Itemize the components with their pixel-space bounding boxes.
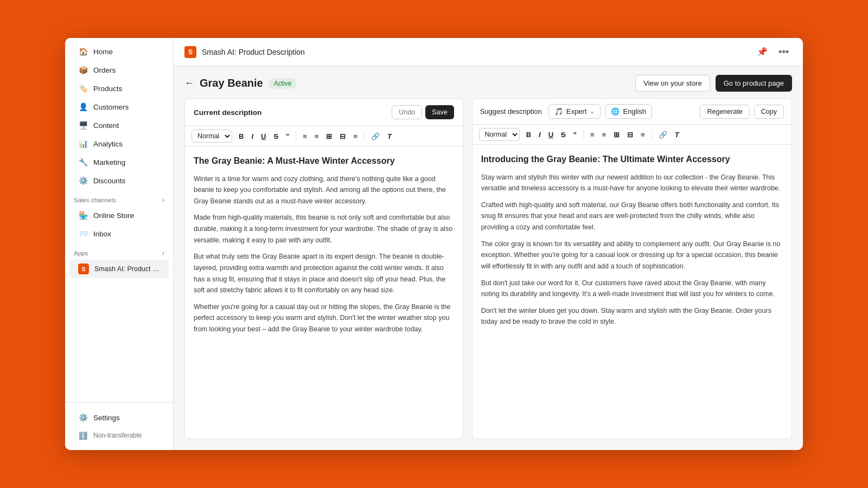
back-button[interactable]: ← (184, 78, 194, 89)
sidebar-bottom: ⚙️ Settings ℹ️ Non-transferable (65, 402, 173, 450)
left-clear-btn[interactable]: T (384, 131, 395, 142)
right-content-p3: The color gray is known for its versatil… (481, 239, 783, 272)
language-dropdown[interactable]: 🌐 English (605, 104, 652, 119)
sidebar-item-marketing[interactable]: 🔧 Marketing (69, 153, 169, 171)
left-style-select[interactable]: Normal (192, 130, 232, 143)
right-content-heading: Introducing the Gray Beanie: The Ultimat… (481, 152, 783, 166)
undo-button[interactable]: Undo (392, 105, 422, 119)
right-underline-btn[interactable]: U (545, 130, 557, 140)
sidebar-settings-label: Settings (93, 414, 120, 422)
right-panel-header: Suggest description 🎵 Expert ⌄ 🌐 English… (473, 99, 792, 125)
sidebar-item-label: Online Store (93, 211, 134, 220)
sidebar-item-customers[interactable]: 👤 Customers (69, 98, 169, 115)
sidebar-item-orders[interactable]: 📦 Orders (69, 61, 169, 79)
left-strikethrough-btn[interactable]: S (270, 131, 282, 142)
left-italic-btn[interactable]: I (248, 131, 257, 142)
left-underline-btn[interactable]: U (258, 131, 269, 142)
discounts-icon: ⚙️ (78, 176, 88, 185)
smash-ai-icon: S (78, 264, 89, 274)
content-icon: 🖥️ (78, 120, 88, 130)
top-bar-title: Smash AI: Product Description (202, 48, 305, 56)
page-header-right: View on your store Go to product page (635, 75, 792, 92)
sidebar-item-label: Content (93, 121, 119, 130)
sidebar-item-home[interactable]: 🏠 Home (69, 43, 169, 60)
non-transferable-label: Non-transferable (93, 432, 142, 439)
regenerate-button[interactable]: Regenerate (700, 105, 749, 119)
left-outdent-btn[interactable]: ⊟ (336, 131, 349, 142)
right-toolbar-divider-1 (583, 130, 584, 139)
tone-chevron: ⌄ (590, 108, 595, 115)
right-toolbar: Normal B I U S " ≡ ≡ ⊞ ⊟ ≡ 🔗 T (473, 125, 792, 145)
right-toolbar-divider-2 (652, 130, 652, 139)
pin-button[interactable]: 📌 (754, 44, 771, 59)
page-header: ← Gray Beanie Active View on your store … (174, 66, 803, 98)
right-outdent-btn[interactable]: ⊟ (624, 130, 636, 140)
online-store-icon: 🏪 (78, 210, 88, 220)
left-quote-btn[interactable]: " (283, 131, 292, 142)
top-bar: S Smash AI: Product Description 📌 ••• (174, 38, 803, 66)
sidebar-item-label: Orders (93, 66, 116, 74)
sidebar-item-inbox[interactable]: 📨 Inbox (69, 225, 169, 242)
right-ul-btn[interactable]: ≡ (598, 130, 609, 140)
right-content-p5: Don't let the winter blues get you down.… (481, 305, 783, 328)
left-ul-btn[interactable]: ≡ (311, 131, 322, 142)
right-italic-btn[interactable]: I (535, 130, 544, 140)
tone-dropdown[interactable]: 🎵 Expert ⌄ (548, 104, 601, 119)
main-content: S Smash AI: Product Description 📌 ••• ← … (174, 38, 803, 450)
right-ol-btn[interactable]: ≡ (587, 130, 598, 140)
editor-area: Current description Undo Save Normal B I… (174, 98, 803, 450)
left-editor-body[interactable]: The Gray Beanie: A Must-Have Winter Acce… (185, 146, 463, 439)
sidebar-item-analytics[interactable]: 📊 Analytics (69, 135, 169, 152)
left-align-btn[interactable]: ≡ (350, 131, 361, 142)
settings-icon: ⚙️ (78, 413, 88, 422)
orders-icon: 📦 (78, 65, 88, 75)
sidebar-item-content[interactable]: 🖥️ Content (69, 117, 169, 134)
sidebar-item-products[interactable]: 🏷️ Products (69, 80, 169, 97)
left-link-btn[interactable]: 🔗 (368, 131, 383, 142)
apps-arrow: › (162, 249, 164, 257)
right-link-btn[interactable]: 🔗 (655, 130, 671, 140)
left-toolbar: Normal B I U S " ≡ ≡ ⊞ ⊟ ≡ 🔗 T (185, 126, 463, 146)
goto-product-button[interactable]: Go to product page (716, 75, 792, 92)
sidebar-item-label: Products (93, 85, 122, 93)
suggest-label: Suggest description (480, 107, 542, 115)
sidebar: 🏠 Home 📦 Orders 🏷️ Products 👤 Customers … (65, 38, 174, 450)
copy-button[interactable]: Copy (754, 105, 784, 119)
tone-value: Expert (566, 107, 587, 115)
left-toolbar-divider-2 (364, 131, 365, 141)
right-editor-body[interactable]: Introducing the Gray Beanie: The Ultimat… (473, 145, 792, 439)
sales-channels-arrow: › (162, 196, 164, 204)
right-strikethrough-btn[interactable]: S (558, 130, 569, 140)
right-clear-btn[interactable]: T (672, 130, 682, 140)
right-align-btn[interactable]: ≡ (637, 130, 648, 140)
right-editor-panel: Suggest description 🎵 Expert ⌄ 🌐 English… (472, 98, 792, 439)
left-panel-actions: Undo Save (392, 105, 454, 119)
right-panel-actions: Regenerate Copy (700, 105, 784, 119)
sidebar-item-discounts[interactable]: ⚙️ Discounts (69, 172, 169, 189)
sidebar-item-settings[interactable]: ⚙️ Settings (69, 409, 169, 426)
view-store-button[interactable]: View on your store (635, 75, 710, 92)
sidebar-item-label: Customers (93, 103, 129, 111)
save-button[interactable]: Save (425, 105, 454, 119)
sidebar-item-smash-ai[interactable]: S Smash AI: Product Descri... (69, 260, 169, 278)
left-content-heading: The Gray Beanie: A Must-Have Winter Acce… (194, 154, 454, 168)
right-indent-btn[interactable]: ⊞ (610, 130, 623, 140)
right-quote-btn[interactable]: " (570, 130, 580, 140)
left-panel-header: Current description Undo Save (185, 99, 463, 126)
left-content-p4: Whether you're going for a casual day ou… (194, 301, 454, 335)
left-ol-btn[interactable]: ≡ (299, 131, 310, 142)
left-panel-title: Current description (194, 108, 261, 117)
home-icon: 🏠 (78, 47, 88, 56)
more-button[interactable]: ••• (775, 44, 792, 60)
right-bold-btn[interactable]: B (523, 130, 534, 140)
page-header-left: ← Gray Beanie Active (184, 77, 297, 89)
app-logo: S (184, 46, 196, 58)
left-bold-btn[interactable]: B (235, 131, 247, 142)
right-style-select[interactable]: Normal (479, 128, 520, 141)
left-indent-btn[interactable]: ⊞ (323, 131, 335, 142)
sidebar-item-online-store[interactable]: 🏪 Online Store (69, 207, 169, 224)
marketing-icon: 🔧 (78, 157, 88, 167)
sidebar-item-label: Home (93, 48, 113, 56)
analytics-icon: 📊 (78, 139, 88, 149)
sidebar-item-label: Marketing (93, 158, 125, 166)
